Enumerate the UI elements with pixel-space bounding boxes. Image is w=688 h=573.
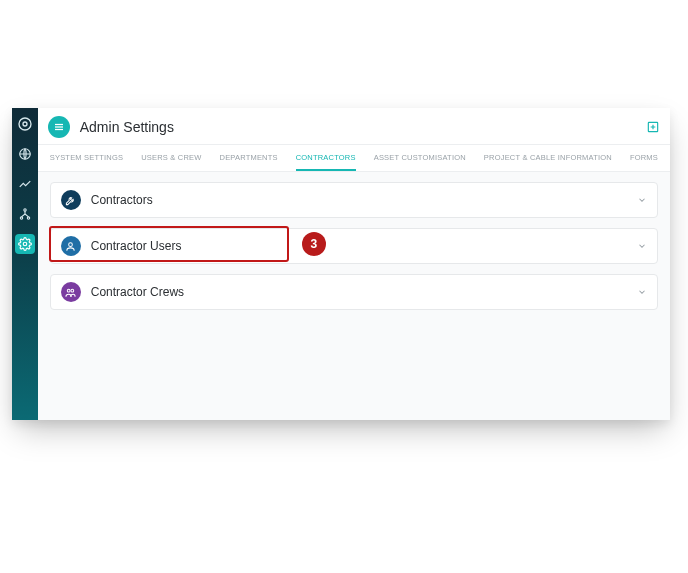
sidebar [12,108,38,420]
panel-contractor-users[interactable]: Contractor Users [50,228,658,264]
menu-toggle-button[interactable] [48,116,70,138]
svg-point-1 [23,122,27,126]
chevron-down-icon [637,283,647,301]
svg-point-12 [68,289,71,292]
app-window: Admin Settings SYSTEM SETTINGS USERS & C… [12,108,670,420]
tab-asset-customisation[interactable]: ASSET CUSTOMISATION [374,145,466,171]
expand-icon[interactable] [646,120,660,134]
tab-users-crew[interactable]: USERS & CREW [141,145,201,171]
tab-bar: SYSTEM SETTINGS USERS & CREW DEPARTMENTS… [38,145,670,172]
svg-point-4 [20,217,22,219]
annotation-step-number: 3 [310,237,317,251]
panel-contractor-crews[interactable]: Contractor Crews [50,274,658,310]
svg-point-13 [71,289,74,292]
chevron-down-icon [637,237,647,255]
settings-icon[interactable] [15,234,35,254]
tab-contractors[interactable]: CONTRACTORS [296,145,356,171]
logo-icon[interactable] [15,114,35,134]
content-area: Contractors Contractor Users [38,172,670,420]
page-header: Admin Settings [38,108,670,145]
globe-icon[interactable] [15,144,35,164]
main-area: Admin Settings SYSTEM SETTINGS USERS & C… [38,108,670,420]
hierarchy-icon[interactable] [15,204,35,224]
svg-point-6 [23,242,27,246]
tab-departments[interactable]: DEPARTMENTS [220,145,278,171]
user-icon [61,236,81,256]
svg-point-11 [69,242,73,246]
tab-forms[interactable]: FORMS [630,145,658,171]
annotation-step-badge: 3 [302,232,326,256]
svg-point-5 [27,217,29,219]
svg-point-3 [24,209,26,211]
page-title: Admin Settings [80,119,646,135]
wrench-icon [61,190,81,210]
panel-contractors[interactable]: Contractors [50,182,658,218]
tab-project-cable[interactable]: PROJECT & CABLE INFORMATION [484,145,612,171]
panel-label: Contractors [91,193,637,207]
crew-icon [61,282,81,302]
chevron-down-icon [637,191,647,209]
panel-label: Contractor Users [91,239,637,253]
svg-point-0 [19,118,31,130]
analytics-icon[interactable] [15,174,35,194]
panel-label: Contractor Crews [91,285,637,299]
tab-system-settings[interactable]: SYSTEM SETTINGS [50,145,123,171]
